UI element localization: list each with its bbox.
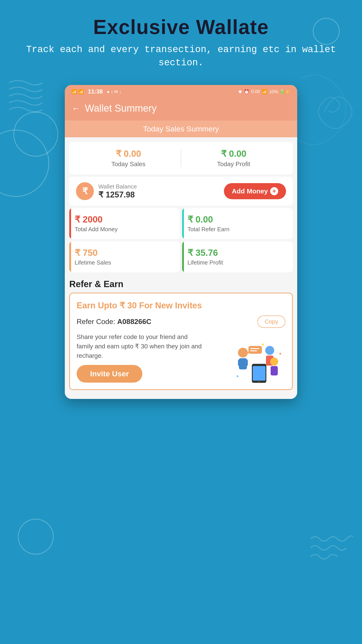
total-add-money-card: ₹ 2000 Total Add Money xyxy=(69,208,180,239)
svg-text:★: ★ xyxy=(261,342,265,347)
page-header: Exclusive Wallate Track each and every t… xyxy=(0,0,362,70)
refer-code-label: Refer Code: xyxy=(77,318,115,326)
screen-title: Wallet Summery xyxy=(85,103,157,114)
refer-code-value: A088266C xyxy=(117,318,151,326)
wallet-icon-area: ₹ Wallet Balance ₹ 1257.98 xyxy=(76,182,137,200)
svg-point-0 xyxy=(238,348,248,358)
svg-text:★: ★ xyxy=(236,374,239,378)
total-refer-earn-label: Total Refer Earn xyxy=(187,226,287,233)
total-refer-earn-card: ₹ 0.00 Total Refer Earn xyxy=(182,208,293,239)
stats-grid: ₹ 2000 Total Add Money ₹ 0.00 Total Refe… xyxy=(69,208,293,272)
today-profit-section: ₹ 0.00 Today Profit xyxy=(181,148,286,168)
refer-code-text: Refer Code: A088266C xyxy=(77,318,151,326)
today-sales-label: Today Sales xyxy=(76,160,181,168)
lifetime-sales-label: Lifetime Sales xyxy=(75,259,175,266)
today-profit-label: Today Profit xyxy=(181,160,286,168)
refer-code-row: Refer Code: A088266C Copy xyxy=(77,316,285,328)
wallet-info: Wallet Balance ₹ 1257.98 xyxy=(98,183,137,200)
status-bar: 📶 📶 11:38 ● ↕ ✉ ↓ ✱ ⏰ 0.00 📶 10% 🔋⚡ xyxy=(65,85,297,98)
total-add-money-label: Total Add Money xyxy=(75,226,175,233)
add-money-plus-icon: + xyxy=(270,187,278,195)
today-sales-amount: ₹ 0.00 xyxy=(76,148,181,159)
battery-indicator: 10% 🔋⚡ xyxy=(269,89,291,94)
wallet-label: Wallet Balance xyxy=(98,183,137,190)
main-content: Today Sales Summery ₹ 0.00 Today Sales ₹… xyxy=(65,120,297,399)
total-refer-earn-amount: ₹ 0.00 xyxy=(187,214,287,224)
svg-rect-14 xyxy=(271,366,278,376)
page-subtitle: Track each and every transection, earnin… xyxy=(0,43,362,70)
page-title: Exclusive Wallate xyxy=(0,16,362,39)
lifetime-profit-amount: ₹ 35.76 xyxy=(187,248,287,258)
data-speed: 0.00 xyxy=(251,89,260,94)
svg-point-13 xyxy=(270,358,278,366)
wifi-icon: 📶 xyxy=(262,89,267,94)
svg-text:★: ★ xyxy=(279,352,282,356)
lifetime-profit-label: Lifetime Profit xyxy=(187,259,287,266)
bg-circle-1 xyxy=(313,18,340,45)
svg-point-12 xyxy=(258,381,260,383)
status-right: ✱ ⏰ 0.00 📶 10% 🔋⚡ xyxy=(238,89,291,94)
add-money-button[interactable]: Add Money + xyxy=(224,183,286,199)
svg-rect-3 xyxy=(244,359,248,366)
status-left: 📶 📶 11:38 ● ↕ ✉ ↓ xyxy=(71,88,122,95)
svg-rect-11 xyxy=(253,366,266,380)
top-navigation-bar: ← Wallet Summery xyxy=(65,98,297,120)
bg-waves-left xyxy=(7,76,42,121)
lifetime-profit-card: ₹ 35.76 Lifetime Profit xyxy=(182,241,293,272)
refer-card: Earn Upto ₹ 30 For New Invites Refer Cod… xyxy=(69,293,293,390)
sales-card: ₹ 0.00 Today Sales ₹ 0.00 Today Profit xyxy=(69,142,293,174)
wallet-amount: ₹ 1257.98 xyxy=(98,190,137,200)
status-time: 11:38 xyxy=(88,88,103,95)
total-add-money-amount: ₹ 2000 xyxy=(75,214,175,224)
copy-button[interactable]: Copy xyxy=(257,316,285,328)
alarm-icon: ⏰ xyxy=(244,89,249,94)
today-profit-amount: ₹ 0.00 xyxy=(181,148,286,159)
lifetime-sales-card: ₹ 750 Lifetime Sales xyxy=(69,241,180,272)
refer-description: Share your refer code to your friend and… xyxy=(77,332,202,360)
refer-illustration: ★ ★ ★ xyxy=(230,339,288,385)
lifetime-sales-amount: ₹ 750 xyxy=(75,248,175,258)
refer-section: Refer & Earn Earn Upto ₹ 30 For New Invi… xyxy=(65,274,297,392)
sales-summary-header: Today Sales Summery xyxy=(65,120,297,137)
bg-circle-4 xyxy=(18,519,54,554)
phone-mockup: 📶 📶 11:38 ● ↕ ✉ ↓ ✱ ⏰ 0.00 📶 10% 🔋⚡ ← Wa… xyxy=(65,85,297,399)
wallet-card: ₹ Wallet Balance ₹ 1257.98 Add Money + xyxy=(69,177,293,206)
svg-rect-6 xyxy=(250,348,259,349)
bg-spiral-right xyxy=(291,67,358,156)
status-icons: ● ↕ ✉ ↓ xyxy=(107,89,122,94)
svg-rect-2 xyxy=(238,359,242,366)
invite-user-button[interactable]: Invite User xyxy=(77,365,142,382)
refer-earn-title: Earn Upto ₹ 30 For New Invites xyxy=(77,300,285,311)
rupee-icon: ₹ xyxy=(76,182,94,200)
back-button[interactable]: ← xyxy=(71,103,80,113)
bg-squiggle-br xyxy=(308,532,353,566)
network-indicator: 📶 📶 xyxy=(71,89,84,94)
add-money-label: Add Money xyxy=(232,188,268,195)
refer-section-title: Refer & Earn xyxy=(69,279,293,289)
bluetooth-icon: ✱ xyxy=(238,89,242,94)
today-sales-section: ₹ 0.00 Today Sales xyxy=(76,148,181,168)
svg-rect-7 xyxy=(250,350,257,351)
svg-point-8 xyxy=(265,346,274,355)
